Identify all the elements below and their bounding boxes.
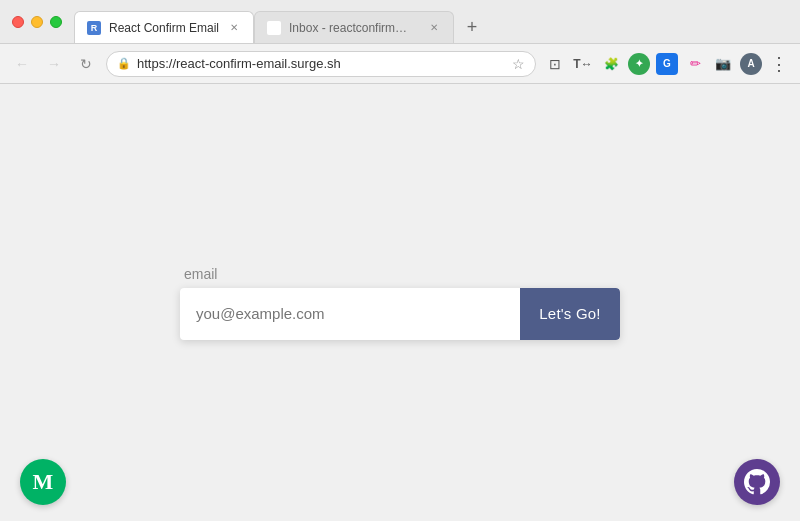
reload-button[interactable]: ↻	[74, 52, 98, 76]
maximize-window-button[interactable]	[50, 16, 62, 28]
tab-react-confirm-email[interactable]: R React Confirm Email ✕	[74, 11, 254, 43]
lock-icon: 🔒	[117, 57, 131, 70]
pencil-icon[interactable]: ✏	[684, 53, 706, 75]
titlebar: R React Confirm Email ✕ M Inbox - reactc…	[0, 0, 800, 44]
url-text: https://react-confirm-email.surge.sh	[137, 56, 506, 71]
tab-favicon-gmail: M	[267, 21, 281, 35]
addressbar: ← → ↻ 🔒 https://react-confirm-email.surg…	[0, 44, 800, 84]
medium-badge[interactable]: M	[20, 459, 66, 505]
toolbar-icons: ⊡ T↔ 🧩 ✦ G ✏ 📷 A ⋮	[544, 53, 790, 75]
tab-close-button[interactable]: ✕	[227, 21, 241, 35]
tab-label: React Confirm Email	[109, 21, 219, 35]
close-window-button[interactable]	[12, 16, 24, 28]
url-bar[interactable]: 🔒 https://react-confirm-email.surge.sh ☆	[106, 51, 536, 77]
blue-extension-icon[interactable]: G	[656, 53, 678, 75]
page-content: email Let's Go! M	[0, 84, 800, 521]
github-badge[interactable]	[734, 459, 780, 505]
new-tab-button[interactable]: +	[458, 13, 486, 41]
email-label: email	[184, 266, 620, 282]
traffic-lights	[12, 16, 62, 28]
camera-icon[interactable]: 📷	[712, 53, 734, 75]
cast-icon[interactable]: ⊡	[544, 53, 566, 75]
tab-close-inbox-button[interactable]: ✕	[427, 21, 441, 35]
green-extension-icon[interactable]: ✦	[628, 53, 650, 75]
profile-icon[interactable]: A	[740, 53, 762, 75]
menu-icon[interactable]: ⋮	[768, 53, 790, 75]
email-form: email Let's Go!	[180, 266, 620, 340]
email-input[interactable]	[180, 288, 520, 340]
tab-inbox[interactable]: M Inbox - reactconfirm@gmail.co ✕	[254, 11, 454, 43]
extensions-icon[interactable]: 🧩	[600, 53, 622, 75]
email-input-row: Let's Go!	[180, 288, 620, 340]
translate-icon[interactable]: T↔	[572, 53, 594, 75]
lets-go-button[interactable]: Let's Go!	[520, 288, 620, 340]
back-button[interactable]: ←	[10, 52, 34, 76]
minimize-window-button[interactable]	[31, 16, 43, 28]
forward-button[interactable]: →	[42, 52, 66, 76]
bookmark-icon[interactable]: ☆	[512, 56, 525, 72]
tab-bar: R React Confirm Email ✕ M Inbox - reactc…	[74, 0, 788, 43]
tab-favicon: R	[87, 21, 101, 35]
tab-label-inbox: Inbox - reactconfirm@gmail.co	[289, 21, 419, 35]
